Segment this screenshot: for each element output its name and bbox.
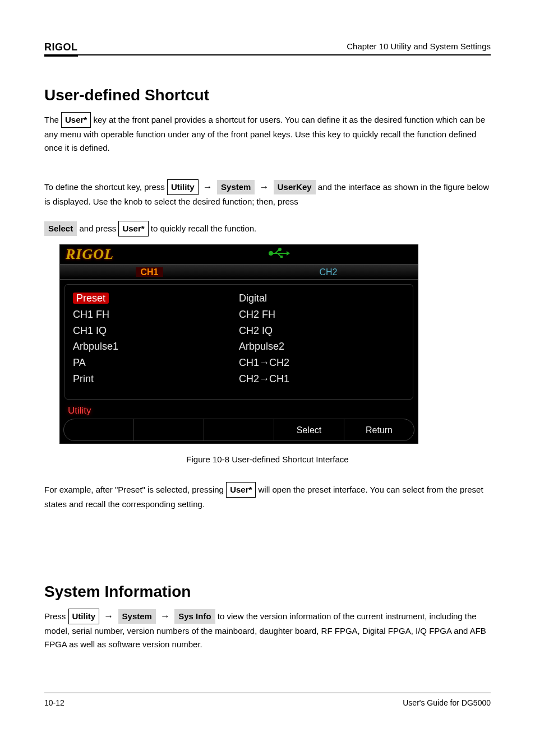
paragraph-5: Press Utility → System → Sys Info to vie… <box>44 609 491 651</box>
key-utility: Utility <box>167 179 199 195</box>
arrow-icon: → <box>158 609 172 624</box>
footer-rule <box>44 693 491 693</box>
softkey-system: System <box>217 180 255 194</box>
list-item[interactable]: Arbpulse1 <box>73 338 239 355</box>
softkey-blank[interactable] <box>64 419 134 440</box>
svg-rect-6 <box>280 256 283 258</box>
key-utility: Utility <box>68 609 100 624</box>
softkey-userkey: UserKey <box>274 180 316 194</box>
device-logo: RIGOL <box>60 246 114 263</box>
list-item[interactable]: CH2 IQ <box>239 323 405 339</box>
arrow-icon: → <box>102 609 116 624</box>
text: Press <box>44 611 68 621</box>
selected-item: Preset <box>73 293 109 304</box>
paragraph-2a: To define the shortcut key, press Utilit… <box>44 179 491 208</box>
svg-point-4 <box>279 248 281 251</box>
footer-text: User's Guide for DG5000 <box>403 698 491 707</box>
softkey-blank[interactable] <box>204 419 274 440</box>
usb-icon <box>268 247 290 262</box>
figure-caption: Figure 10-8 User-defined Shortcut Interf… <box>44 453 491 466</box>
svg-marker-2 <box>287 251 290 256</box>
list-item[interactable]: PA <box>73 355 239 371</box>
section-title-system-information: System Information <box>44 583 191 601</box>
key-user-star: User* <box>118 221 148 236</box>
softkey-system: System <box>118 609 156 624</box>
list-item[interactable]: Arbpulse2 <box>239 338 405 355</box>
device-col1: Preset CH1 FH CH1 IQ Arbpulse1 PA Print <box>73 290 239 393</box>
softkey-select: Select <box>44 221 77 236</box>
softkey-return[interactable]: Return <box>344 419 414 440</box>
softkey-sysinfo: Sys Info <box>174 609 215 624</box>
text: For example, after "Preset" is selected,… <box>44 485 226 494</box>
section-title-userdefined-shortcut: User-defined Shortcut <box>44 86 209 104</box>
header-chapter: Chapter 10 Utility and System Settings <box>347 41 491 51</box>
list-item[interactable]: CH1→CH2 <box>239 355 405 371</box>
paragraph-4: For example, after "Preset" is selected,… <box>44 482 491 511</box>
device-screenshot: RIGOL CH1 CH2 <box>59 244 418 444</box>
list-item[interactable]: Preset <box>73 290 239 307</box>
tab-ch1[interactable]: CH1 <box>60 265 239 279</box>
key-user-star: User* <box>226 482 256 498</box>
text: To define the shortcut key, press <box>44 182 167 192</box>
key-user-star: User* <box>61 112 91 128</box>
device-softkey-row: Select Return <box>63 419 414 441</box>
list-item[interactable]: Digital <box>239 290 405 307</box>
device-topbar: RIGOL <box>60 245 418 264</box>
list-item[interactable]: Print <box>73 371 239 387</box>
list-item[interactable]: CH1 FH <box>73 307 239 323</box>
list-item[interactable]: CH2→CH1 <box>239 371 405 387</box>
list-item[interactable]: CH2 FH <box>239 307 405 323</box>
text: and press <box>79 224 118 233</box>
text: to quickly recall the function. <box>151 224 256 233</box>
device-body: Preset CH1 FH CH1 IQ Arbpulse1 PA Print … <box>64 284 413 400</box>
device-tabbar: CH1 CH2 <box>60 264 418 280</box>
device-utility-label: Utility <box>68 405 91 416</box>
device-col2: Digital CH2 FH CH2 IQ Arbpulse2 CH1→CH2 … <box>239 290 405 393</box>
paragraph-2b: Select and press User* to quickly recall… <box>44 221 491 236</box>
text: key at the front panel provides a shortc… <box>44 115 485 152</box>
tab-ch2[interactable]: CH2 <box>239 265 418 279</box>
softkey-select[interactable]: Select <box>274 419 344 440</box>
arrow-icon: → <box>257 179 271 194</box>
footer-page-number: 10-12 <box>44 698 64 707</box>
header-rule <box>44 54 491 55</box>
softkey-blank[interactable] <box>134 419 204 440</box>
paragraph-1: The User* key at the front panel provide… <box>44 112 491 155</box>
list-item[interactable]: CH1 IQ <box>73 323 239 339</box>
text: The <box>44 115 61 124</box>
arrow-icon: → <box>201 179 215 194</box>
